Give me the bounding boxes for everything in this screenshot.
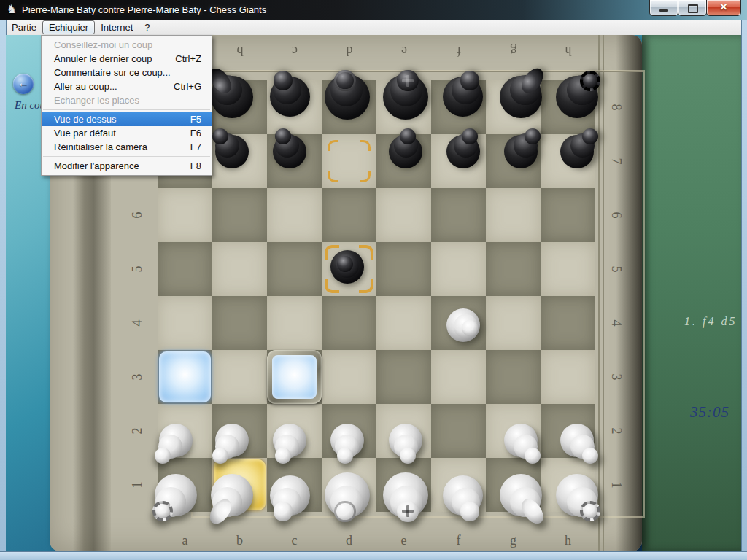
square-d4[interactable]	[322, 296, 376, 350]
square-g5[interactable]	[486, 242, 541, 296]
piece-head	[400, 448, 416, 464]
square-h4[interactable]	[541, 296, 595, 350]
menubar-item-internet[interactable]: Internet	[95, 20, 139, 34]
piece-white-knight-b1[interactable]	[211, 474, 253, 516]
piece-black-pawn-e7[interactable]	[389, 135, 422, 168]
menu-item-label: Aller au coup...	[54, 81, 117, 92]
square-a6[interactable]	[158, 188, 212, 242]
piece-white-pawn-a2[interactable]	[159, 424, 193, 457]
square-f6[interactable]	[431, 188, 486, 242]
piece-white-pawn-c2[interactable]	[273, 424, 306, 457]
square-d6[interactable]	[322, 188, 376, 242]
square-d3[interactable]	[322, 350, 376, 404]
piece-black-bishop-f8[interactable]	[443, 77, 483, 117]
square-g3[interactable]	[486, 350, 541, 404]
highlight-cursor-c3[interactable]	[267, 350, 322, 404]
menu-item-aller-au-coup[interactable]: Aller au coup...Ctrl+G	[42, 79, 212, 93]
piece-white-pawn-d2[interactable]	[330, 424, 364, 457]
back-button[interactable]: ←	[13, 74, 34, 94]
rank-label-right-7: 7	[608, 150, 624, 172]
square-c4[interactable]	[267, 296, 322, 350]
piece-black-knight-b8[interactable]	[211, 76, 253, 118]
square-h3[interactable]	[541, 350, 595, 404]
piece-white-pawn-e2[interactable]	[389, 424, 422, 457]
piece-black-pawn-b7[interactable]	[215, 135, 249, 168]
application-window: ♞ Pierre-Marie Baty contre Pierre-Marie …	[0, 0, 747, 560]
square-f2[interactable]	[431, 404, 486, 458]
menu-item-conseillez-moi-un-coup[interactable]: Conseillez-moi un coup	[42, 38, 212, 52]
piece-black-pawn-h7[interactable]	[560, 135, 594, 168]
maximize-button[interactable]	[678, 0, 707, 16]
chess-pieces-icon: ♞	[7, 4, 17, 15]
piece-white-rook-a1[interactable]	[155, 474, 197, 516]
menu-item-label: Vue par défaut	[54, 128, 116, 139]
piece-white-king-e1[interactable]	[383, 472, 428, 518]
square-h6[interactable]	[541, 188, 595, 242]
file-label-top-f: f	[448, 43, 470, 59]
file-label-top-e: e	[393, 43, 415, 59]
menu-item-shortcut: F8	[190, 159, 201, 173]
rank-label-left-4: 4	[129, 312, 145, 334]
gold-corner-icon	[360, 171, 371, 182]
menu-item-modifier-l-apparence[interactable]: Modifier l'apparenceF8	[42, 159, 212, 173]
square-h5[interactable]	[541, 242, 595, 296]
square-f5[interactable]	[431, 242, 486, 296]
square-a5[interactable]	[158, 242, 212, 296]
close-button[interactable]: ✕	[706, 0, 741, 16]
minimize-button[interactable]	[649, 0, 678, 16]
piece-black-pawn-f7[interactable]	[446, 135, 480, 168]
king-cross-icon	[402, 510, 414, 513]
title-bar[interactable]: ♞ Pierre-Marie Baty contre Pierre-Marie …	[0, 0, 747, 21]
piece-black-king-e8[interactable]	[383, 74, 428, 120]
piece-black-queen-d8[interactable]	[325, 74, 370, 120]
piece-black-pawn-d5[interactable]	[330, 250, 364, 284]
square-b4[interactable]	[212, 296, 267, 350]
menu-item-vue-de-dessus[interactable]: Vue de dessusF5	[42, 112, 212, 126]
gold-corner-icon	[328, 140, 338, 151]
menu-item-annuler-le-dernier-coup[interactable]: Annuler le dernier coupCtrl+Z	[42, 52, 212, 66]
square-e5[interactable]	[376, 242, 431, 296]
piece-white-bishop-f1[interactable]	[443, 475, 483, 516]
piece-head	[275, 448, 291, 464]
window-border-right	[741, 20, 747, 560]
menu-item-shortcut: F7	[190, 140, 201, 154]
piece-white-pawn-h2[interactable]	[560, 424, 594, 457]
piece-black-bishop-c8[interactable]	[270, 77, 310, 117]
menubar-item-echiquier[interactable]: Echiquier	[42, 20, 95, 34]
piece-white-pawn-f4[interactable]	[446, 308, 480, 342]
square-a4[interactable]	[158, 296, 212, 350]
menu-item-shortcut: F5	[190, 112, 201, 126]
square-c6[interactable]	[267, 188, 322, 242]
piece-white-rook-h1[interactable]	[556, 474, 598, 516]
piece-white-queen-d1[interactable]	[325, 472, 370, 518]
cursor-glow	[272, 355, 317, 399]
menu-item-vue-par-défaut[interactable]: Vue par défautF6	[42, 126, 212, 140]
square-b3[interactable]	[212, 350, 267, 404]
piece-black-knight-g8[interactable]	[500, 76, 542, 118]
piece-black-rook-h8[interactable]	[556, 76, 598, 118]
highlight-move-a3[interactable]	[159, 351, 211, 402]
echiquier-menu-popup: Conseillez-moi un coupAnnuler le dernier…	[41, 35, 212, 176]
square-g6[interactable]	[486, 188, 541, 242]
piece-black-pawn-g7[interactable]	[504, 135, 538, 168]
menu-item-réinitialiser-la-caméra[interactable]: Réinitialiser la caméraF7	[42, 140, 212, 154]
piece-white-pawn-g2[interactable]	[504, 424, 538, 457]
square-b5[interactable]	[212, 242, 267, 296]
piece-white-bishop-c1[interactable]	[270, 475, 310, 516]
menu-item-echanger-les-places[interactable]: Echanger les places	[42, 93, 212, 107]
square-f3[interactable]	[431, 350, 486, 404]
piece-white-knight-g1[interactable]	[500, 474, 542, 516]
window-border-bottom	[0, 551, 747, 560]
menubar-item-partie[interactable]: Partie	[6, 20, 42, 34]
piece-black-pawn-c7[interactable]	[273, 135, 306, 168]
square-b6[interactable]	[212, 188, 267, 242]
square-e6[interactable]	[376, 188, 431, 242]
piece-white-pawn-b2[interactable]	[215, 424, 249, 457]
square-g4[interactable]	[486, 296, 541, 350]
menu-item-commentaire-sur-ce-coup[interactable]: Commentaire sur ce coup...	[42, 66, 212, 79]
square-e4[interactable]	[376, 296, 431, 350]
file-label-bottom-h: h	[557, 532, 579, 548]
menubar-item-[interactable]: ?	[139, 20, 155, 34]
square-e3[interactable]	[376, 350, 431, 404]
square-c5[interactable]	[267, 242, 322, 296]
